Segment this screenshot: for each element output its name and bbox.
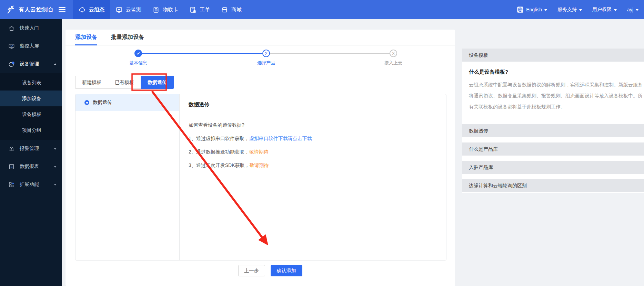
help-section-device-template[interactable]: 设备模板	[462, 49, 644, 62]
extensions-grid-icon	[8, 181, 15, 188]
help-section-data-passthrough[interactable]: 数据透传	[462, 124, 644, 137]
stepper: 2 3 基本信息 选择产品 接入上云	[66, 48, 455, 67]
panel-item-1: 1、通过虚拟串口软件获取，虚拟串口软件下载请点击下载	[189, 136, 437, 142]
help-answer: 云组态系统中配置与设备数据协议的解析规则，实现远程采集和控制。新版云服务将通讯协…	[462, 75, 644, 119]
sidebar-item-add-device[interactable]: 添加设备	[0, 91, 62, 106]
device-management-icon	[8, 61, 15, 67]
alarm-icon	[8, 146, 15, 152]
step-3-label: 接入上云	[376, 60, 411, 66]
sidebar-item-device-template[interactable]: 设备模板	[0, 106, 62, 122]
sidebar-item-quick-start[interactable]: 快速入门	[0, 19, 62, 37]
help-question: 什么是设备模板?	[462, 62, 644, 75]
sidebar: 快速入门 监控大屏 设备管理 设备列表 添加设备 设备模板 项目分组	[0, 19, 62, 286]
confirm-add-button[interactable]: 确认添加	[271, 265, 302, 276]
work-order-icon	[189, 6, 197, 13]
passthrough-option-list: 数据透传	[76, 94, 180, 260]
chevron-down-icon	[636, 9, 638, 11]
report-icon	[8, 163, 15, 170]
panel-heading: 数据透传	[189, 94, 437, 114]
passthrough-radio-row[interactable]: 数据透传	[76, 94, 179, 111]
coming-soon-label: 敬请期待	[250, 162, 269, 168]
support-menu[interactable]: 服务支持	[557, 7, 582, 13]
topbar-right: English 服务支持 用户权限 ayj	[517, 6, 644, 13]
panel-item-2: 2、通过数据推送功能获取，敬请期待	[189, 149, 437, 155]
brand: 有人云控制台	[0, 5, 66, 14]
previous-step-button[interactable]: 上一步	[238, 265, 265, 276]
chevron-up-icon	[54, 63, 57, 65]
topbar: 有人云控制台 云组态 云监测	[0, 0, 644, 19]
template-mode-tabs: 新建模板 已有模板 数据透传	[75, 76, 174, 89]
panel-item-3: 3、通过二次开发SDK获取，敬请期待	[189, 162, 437, 169]
sidebar-item-alarm-management[interactable]: 报警管理	[0, 140, 62, 158]
step-connector-2	[270, 53, 390, 54]
sidebar-item-dashboard[interactable]: 监控大屏	[0, 37, 62, 55]
main-content-card: 添加设备 批量添加设备 2 3 基本信息 选择产品 接入上云 新建模板 已有模板…	[66, 30, 455, 286]
usr-person-logo-icon	[6, 5, 15, 14]
check-icon	[136, 51, 140, 55]
brand-title: 有人云控制台	[19, 6, 54, 13]
nav-item-cloud-monitor[interactable]: 云监测	[110, 0, 147, 19]
chevron-down-icon	[579, 9, 582, 11]
step-1-circle-done	[134, 50, 142, 57]
step-2-label: 选择产品	[249, 60, 283, 66]
step-2-circle-active: 2	[262, 50, 270, 57]
sidebar-item-project-group[interactable]: 项目分组	[0, 122, 62, 138]
tab-add-device[interactable]: 添加设备	[75, 30, 97, 45]
globe-icon	[517, 6, 524, 13]
user-menu[interactable]: ayj	[627, 7, 638, 12]
sidebar-item-device-management[interactable]: 设备管理	[0, 55, 62, 73]
help-section-edge-vs-cloud-polling[interactable]: 边缘计算和云端轮询的区别	[462, 179, 644, 192]
big-screen-icon	[8, 43, 15, 50]
chevron-down-icon	[54, 166, 57, 168]
storefront-icon	[221, 6, 228, 13]
chevron-down-icon	[614, 9, 617, 11]
radio-selected-icon[interactable]	[84, 100, 89, 105]
nav-item-cloud-scada[interactable]: 云组态	[73, 0, 110, 19]
sim-card-icon	[152, 6, 160, 13]
monitor-chart-icon	[115, 6, 123, 13]
home-icon	[8, 25, 15, 32]
tab-batch-add-device[interactable]: 批量添加设备	[111, 30, 144, 45]
sidebar-item-device-list[interactable]: 设备列表	[0, 75, 62, 91]
passthrough-panel: 数据透传 数据透传 如何查看设备的透传数据? 1、通过虚拟串口软件获取，虚拟串口…	[75, 94, 446, 261]
help-panel: 设备模板 什么是设备模板? 云组态系统中配置与设备数据协议的解析规则，实现远程采…	[462, 49, 644, 193]
top-nav: 云组态 云监测 物联卡	[73, 0, 247, 19]
subtab-data-passthrough[interactable]: 数据透传	[141, 76, 174, 89]
nav-item-mall[interactable]: 商城	[215, 0, 247, 19]
virtual-serial-download-link[interactable]: 虚拟串口软件下载请点击下载	[249, 136, 312, 141]
coming-soon-label: 敬请期待	[249, 149, 269, 155]
help-section-join-product-library[interactable]: 入驻产品库	[462, 161, 644, 174]
chevron-down-icon	[54, 148, 57, 150]
permissions-menu[interactable]: 用户权限	[592, 7, 617, 13]
step-connector-1	[142, 53, 262, 54]
step-3-circle-pending: 3	[390, 50, 397, 57]
sidebar-item-extensions[interactable]: 扩展功能	[0, 176, 62, 193]
device-management-submenu: 设备列表 添加设备 设备模板 项目分组	[0, 73, 62, 140]
panel-question: 如何查看设备的透传数据?	[189, 122, 437, 128]
divider	[189, 114, 437, 114]
cloud-icon	[79, 6, 86, 13]
subtab-existing-template[interactable]: 已有模板	[108, 76, 141, 89]
passthrough-detail: 数据透传 如何查看设备的透传数据? 1、通过虚拟串口软件获取，虚拟串口软件下载请…	[180, 94, 446, 260]
language-selector[interactable]: English	[517, 6, 547, 13]
page-tabs: 添加设备 批量添加设备	[66, 30, 455, 45]
chevron-down-icon	[544, 9, 547, 11]
menu-toggle-icon[interactable]	[59, 6, 66, 13]
nav-item-work-order[interactable]: 工单	[184, 0, 215, 19]
chevron-down-icon	[54, 184, 57, 186]
help-section-what-is-product-library[interactable]: 什么是产品库	[462, 142, 644, 156]
nav-item-iot-card[interactable]: 物联卡	[147, 0, 184, 19]
step-1-label: 基本信息	[121, 60, 155, 66]
sidebar-item-data-report[interactable]: 数据报表	[0, 158, 62, 176]
wizard-footer: 上一步 确认添加	[75, 265, 446, 276]
subtab-new-template[interactable]: 新建模板	[75, 76, 108, 89]
